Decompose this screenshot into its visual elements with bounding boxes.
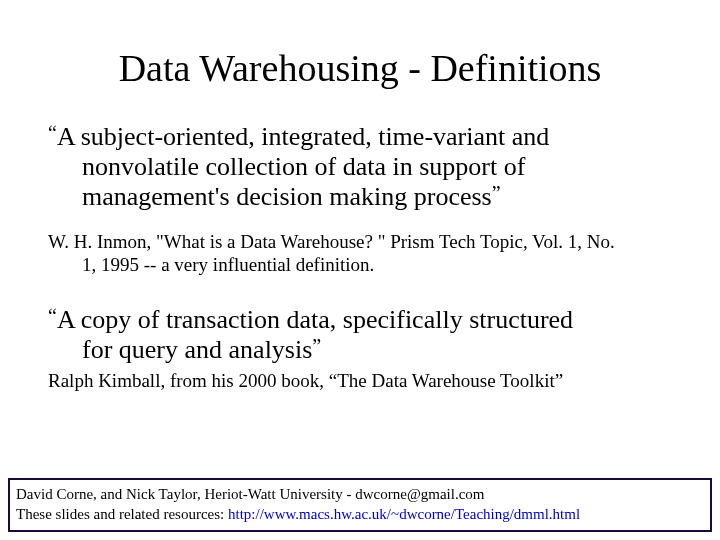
quote1-line1: A subject-oriented, integrated, time-var… xyxy=(57,122,549,151)
slide-title: Data Warehousing - Definitions xyxy=(48,46,672,90)
footer-line2-pre: These slides and related resources: xyxy=(16,506,228,522)
footer-line1: David Corne, and Nick Taylor, Heriot-Wat… xyxy=(16,485,704,505)
inmon-quote: “A subject-oriented, integrated, time-va… xyxy=(48,122,672,212)
quote2-line2-wrap: for query and analysis” xyxy=(82,335,672,365)
footer-url[interactable]: http://www.macs.hw.ac.uk/~dwcorne/Teachi… xyxy=(228,506,580,522)
footer-line2: These slides and related resources: http… xyxy=(16,505,704,525)
cite1-line1: W. H. Inmon, "What is a Data Warehouse? … xyxy=(48,231,615,252)
inmon-citation: W. H. Inmon, "What is a Data Warehouse? … xyxy=(48,230,672,278)
quote2-line1: A copy of transaction data, specifically… xyxy=(57,305,573,334)
open-quote-mark-2: “ xyxy=(48,305,57,327)
quote1-line3-wrap: management's decision making process” xyxy=(82,182,672,212)
slide-footer: David Corne, and Nick Taylor, Heriot-Wat… xyxy=(8,478,712,532)
slide: Data Warehousing - Definitions “A subjec… xyxy=(0,0,720,540)
kimball-quote: “A copy of transaction data, specificall… xyxy=(48,305,672,365)
quote2-line2: for query and analysis xyxy=(82,335,312,364)
cite1-line2: 1, 1995 -- a very influential definition… xyxy=(82,253,672,277)
close-quote-mark-2: ” xyxy=(312,335,321,357)
open-quote-mark: “ xyxy=(48,122,57,144)
kimball-citation: Ralph Kimball, from his 2000 book, “The … xyxy=(48,369,672,393)
quote1-line2: nonvolatile collection of data in suppor… xyxy=(82,152,672,182)
quote1-line3: management's decision making process xyxy=(82,182,492,211)
close-quote-mark: ” xyxy=(492,182,501,204)
